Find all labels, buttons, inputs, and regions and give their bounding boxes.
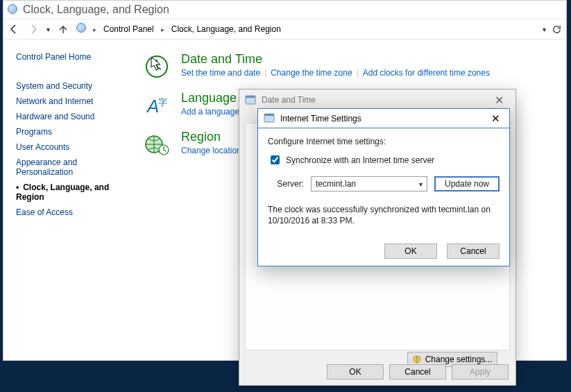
internet-time-ok-button[interactable]: OK [384,244,437,259]
breadcrumb[interactable]: ▸ Control Panel ▸ Clock, Language, and R… [93,24,281,34]
category-title-date-time[interactable]: Date and Time [181,52,556,67]
language-icon: A字 [142,91,171,120]
window-titlebar: Clock, Language, and Region [3,1,566,19]
sidebar-item-programs[interactable]: Programs [16,127,120,137]
calendar-icon [245,94,256,107]
breadcrumb-current[interactable]: Clock, Language, and Region [171,24,281,34]
category-date-time: Date and Time Set the time and date|Chan… [142,52,556,81]
internet-time-settings-dialog: Internet Time Settings ✕ Configure Inter… [257,108,510,266]
date-time-ok-button[interactable]: OK [327,364,384,380]
update-now-button[interactable]: Update now [434,176,500,191]
address-dropdown[interactable]: ▾ [543,26,546,33]
clock-icon [142,52,171,81]
sidebar-item-system-security[interactable]: System and Security [16,81,120,91]
chevron-down-icon: ▾ [419,180,423,188]
up-button[interactable] [57,23,69,35]
sync-checkbox-label: Synchronize with an Internet time server [286,155,434,165]
shield-icon [413,355,421,364]
sidebar-home[interactable]: Control Panel Home [16,52,120,62]
address-bar-icon [76,23,86,35]
link-change-location[interactable]: Change location [181,146,241,155]
internet-time-heading: Configure Internet time settings: [268,137,500,146]
date-time-dialog-close[interactable]: ✕ [488,90,510,110]
sync-status-text: The clock was successfully synchronized … [268,204,500,226]
sidebar-item-hardware-sound[interactable]: Hardware and Sound [16,112,120,121]
sync-checkbox[interactable] [271,155,280,164]
sync-checkbox-row[interactable]: Synchronize with an Internet time server [268,153,500,167]
date-time-cancel-button[interactable]: Cancel [389,364,446,380]
sidebar: Control Panel Home System and Security N… [3,40,133,360]
internet-time-cancel-button[interactable]: Cancel [447,244,500,259]
calendar-icon [264,112,275,125]
link-add-clocks[interactable]: Add clocks for different time zones [363,68,490,78]
svg-rect-9 [264,114,274,116]
window-title: Clock, Language, and Region [23,3,169,16]
svg-text:字: 字 [158,97,167,108]
server-combobox[interactable]: tecmint.lan ▾ [311,176,427,191]
recent-locations-dropdown[interactable]: ▾ [46,26,50,33]
server-value: tecmint.lan [316,179,356,189]
change-settings-label: Change settings... [425,355,493,364]
back-button[interactable] [8,23,20,35]
internet-time-dialog-close[interactable]: ✕ [487,109,504,128]
nav-toolbar: ▾ ▸ Control Panel ▸ Clock, Language, and… [3,19,566,40]
link-set-time-date[interactable]: Set the time and date [181,68,260,78]
date-time-dialog-title: Date and Time [262,95,316,105]
sidebar-item-user-accounts[interactable]: User Accounts [16,142,120,152]
sidebar-item-network-internet[interactable]: Network and Internet [16,96,120,106]
breadcrumb-root[interactable]: Control Panel [103,24,154,34]
control-panel-icon [8,4,19,15]
forward-button[interactable] [27,23,40,35]
svg-rect-7 [246,96,255,98]
sidebar-item-clock-language-region[interactable]: Clock, Language, and Region [16,182,120,202]
sidebar-item-ease-of-access[interactable]: Ease of Access [16,207,120,217]
link-change-time-zone[interactable]: Change the time zone [271,68,352,78]
internet-time-dialog-titlebar[interactable]: Internet Time Settings ✕ [258,109,509,128]
refresh-button[interactable] [552,24,562,35]
date-time-dialog-titlebar[interactable]: Date and Time ✕ [239,90,515,110]
region-icon [142,130,171,159]
server-label: Server: [268,179,304,189]
link-add-language[interactable]: Add a language [181,107,239,117]
svg-text:A: A [146,96,159,117]
svg-point-1 [156,66,158,68]
chevron-right-icon: ▸ [161,26,164,33]
chevron-right-icon: ▸ [93,26,96,33]
date-time-apply-button[interactable]: Apply [452,364,509,380]
sidebar-item-appearance[interactable]: Appearance and Personalization [16,157,120,177]
internet-time-dialog-title: Internet Time Settings [280,114,361,123]
